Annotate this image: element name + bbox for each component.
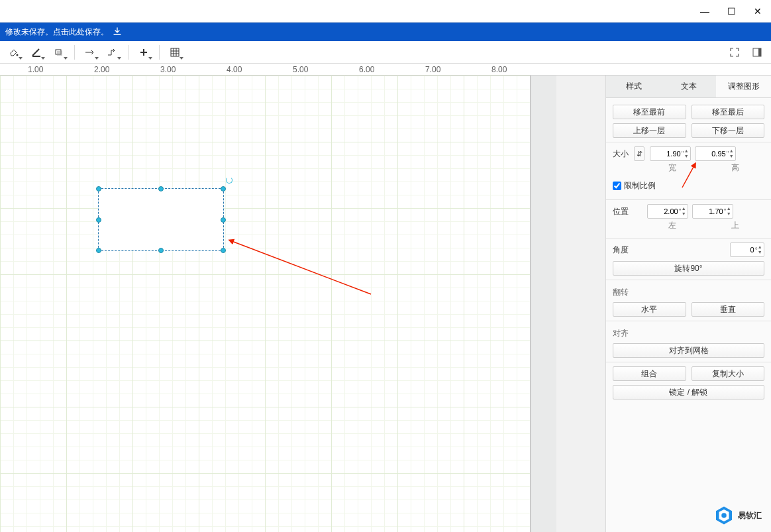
grid-tool[interactable] xyxy=(165,43,185,62)
flip-vertical-button[interactable]: 垂直 xyxy=(692,302,765,317)
resize-handle-n[interactable] xyxy=(158,186,164,191)
angle-label: 角度 xyxy=(613,244,726,256)
add-tool[interactable] xyxy=(134,43,154,62)
flip-label: 翻转 xyxy=(613,287,764,298)
divider xyxy=(606,238,771,239)
toolbar-separator xyxy=(74,45,75,60)
resize-handle-e[interactable] xyxy=(221,217,226,223)
tab-style[interactable]: 样式 xyxy=(606,76,661,97)
flip-horizontal-button[interactable]: 水平 xyxy=(613,302,686,317)
maximize-button[interactable]: ☐ xyxy=(718,0,745,23)
tab-adjust-shape[interactable]: 调整图形 xyxy=(716,76,771,97)
toggle-panel-button[interactable] xyxy=(747,43,767,62)
selected-shape[interactable] xyxy=(98,188,224,251)
send-backward-button[interactable]: 下移一层 xyxy=(692,123,765,138)
canvas-grid xyxy=(0,76,605,532)
tab-text[interactable]: 文本 xyxy=(661,76,716,97)
resize-handle-ne[interactable] xyxy=(221,186,226,191)
divider xyxy=(606,280,771,280)
close-button[interactable]: ✕ xyxy=(745,0,771,23)
copy-size-button[interactable]: 复制大小 xyxy=(692,366,765,381)
constrain-label: 限制比例 xyxy=(624,180,656,191)
snap-to-grid-button[interactable]: 对齐到网格 xyxy=(613,343,764,358)
download-icon xyxy=(113,27,122,36)
divider xyxy=(606,199,771,200)
svg-rect-4 xyxy=(171,48,179,56)
svg-point-9 xyxy=(721,513,727,518)
group-button[interactable]: 组合 xyxy=(613,366,686,381)
horizontal-ruler: 1.00 2.00 3.00 4.00 5.00 6.00 7.00 8.00 xyxy=(0,64,771,76)
aspect-lock-icon[interactable]: ⇵ xyxy=(634,146,644,161)
size-label: 大小 xyxy=(613,148,629,160)
constrain-proportions-checkbox[interactable] xyxy=(613,182,621,190)
canvas-gutter xyxy=(556,76,605,532)
svg-point-0 xyxy=(17,54,19,56)
resize-handle-s[interactable] xyxy=(158,248,164,253)
format-toolbar xyxy=(0,41,771,64)
send-to-back-button[interactable]: 移至最后 xyxy=(692,105,765,119)
resize-handle-w[interactable] xyxy=(96,217,101,223)
divider xyxy=(606,142,771,142)
divider xyxy=(606,362,771,362)
svg-rect-1 xyxy=(32,56,40,57)
connector-tool[interactable] xyxy=(103,43,123,62)
unsaved-changes-bar[interactable]: 修改未保存。点击此处保存。 xyxy=(0,23,771,41)
toolbar-separator xyxy=(128,45,128,60)
svg-rect-6 xyxy=(758,48,761,56)
resize-handle-sw[interactable] xyxy=(96,248,101,253)
page-edge xyxy=(530,76,556,532)
line-style-tool[interactable] xyxy=(80,43,100,62)
height-input[interactable]: " ▲▼ xyxy=(695,146,736,161)
watermark: 易软汇 xyxy=(714,505,762,525)
lock-unlock-button[interactable]: 锁定 / 解锁 xyxy=(613,385,764,399)
rotate-90-button[interactable]: 旋转90° xyxy=(613,261,764,276)
rotate-handle[interactable] xyxy=(226,177,232,184)
window-controls: — ☐ ✕ xyxy=(692,0,771,23)
resize-handle-se[interactable] xyxy=(221,248,226,253)
position-top-input[interactable]: " ▲▼ xyxy=(692,204,733,219)
bring-forward-button[interactable]: 上移一层 xyxy=(613,123,686,138)
angle-input[interactable]: ° ▲▼ xyxy=(730,242,764,257)
fill-tool[interactable] xyxy=(4,43,24,62)
width-input[interactable]: " ▲▼ xyxy=(650,146,691,161)
align-label: 对齐 xyxy=(613,328,764,339)
fullscreen-button[interactable] xyxy=(725,43,745,62)
bring-to-front-button[interactable]: 移至最前 xyxy=(613,105,686,119)
svg-rect-3 xyxy=(57,51,62,56)
watermark-text: 易软汇 xyxy=(738,510,762,521)
window-titlebar: — ☐ ✕ xyxy=(0,0,771,23)
properties-panel: 样式 文本 调整图形 移至最前 移至最后 上移一层 下移一层 大小 ⇵ " ▲▼ xyxy=(605,76,771,532)
panel-tabs: 样式 文本 调整图形 xyxy=(606,76,771,98)
toolbar-separator xyxy=(159,45,160,60)
watermark-icon xyxy=(714,505,734,525)
position-label: 位置 xyxy=(613,206,629,217)
unsaved-text: 修改未保存。点击此处保存。 xyxy=(5,27,109,38)
stroke-tool[interactable] xyxy=(26,43,46,62)
divider xyxy=(606,321,771,321)
minimize-button[interactable]: — xyxy=(692,0,718,23)
shadow-tool[interactable] xyxy=(49,43,69,62)
canvas[interactable] xyxy=(0,76,605,532)
position-left-input[interactable]: " ▲▼ xyxy=(647,204,688,219)
resize-handle-nw[interactable] xyxy=(96,186,101,191)
